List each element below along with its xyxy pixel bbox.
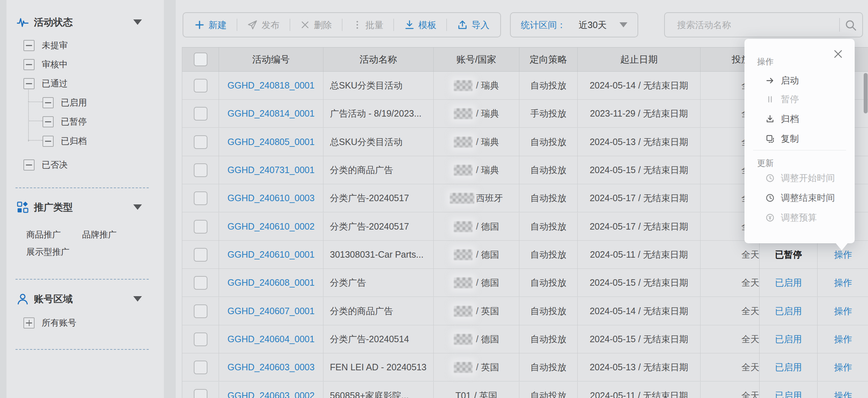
search-icon[interactable] — [844, 19, 857, 32]
left-edge-strip — [0, 0, 6, 398]
targeting-strategy: 自动投放 — [531, 80, 567, 91]
tree-item-label[interactable]: 审核中 — [42, 59, 68, 70]
date-range: 2024-05-17 / 无结束日期 — [590, 221, 688, 232]
popup-arrow — [835, 243, 848, 250]
censored-account-mosaic — [454, 221, 473, 232]
campaign-id-link[interactable]: GGHD_240610_0002 — [228, 221, 315, 232]
menu-item-adjust-end-time[interactable]: 调整结束时间 — [765, 192, 835, 204]
row-checkbox[interactable] — [194, 79, 207, 92]
row-actions-link[interactable]: 操作 — [834, 390, 852, 398]
row-actions-link[interactable]: 操作 — [834, 305, 852, 317]
collapse-caret-icon[interactable] — [133, 204, 142, 210]
targeting-strategy: 自动投放 — [531, 361, 567, 373]
tree-minus-icon[interactable] — [23, 78, 35, 89]
tree-item-label[interactable]: 已通过 — [42, 78, 68, 89]
tree-plus-icon[interactable] — [23, 317, 35, 329]
tree-item-label[interactable]: 所有账号 — [42, 317, 76, 329]
publish-button[interactable]: 发布 — [247, 19, 279, 31]
import-button[interactable]: 导入 — [457, 19, 489, 31]
sidebar-item-enabled[interactable]: 已启用 — [42, 97, 87, 108]
date-range: 2024-05-11 / 无结束日期 — [590, 249, 688, 261]
menu-item-copy[interactable]: 复制 — [765, 133, 799, 145]
campaign-id-link[interactable]: GGHD_240610_0001 — [228, 249, 315, 260]
row-checkbox[interactable] — [194, 333, 207, 346]
upload-icon — [457, 19, 468, 30]
row-checkbox[interactable] — [194, 389, 207, 398]
plus-icon — [194, 19, 205, 30]
row-checkbox[interactable] — [194, 135, 207, 149]
row-checkbox[interactable] — [194, 304, 207, 318]
date-range: 2024-05-14 / 无结束日期 — [590, 305, 688, 317]
tree-connector — [28, 89, 29, 141]
targeting-strategy: 自动投放 — [531, 277, 567, 289]
collapse-caret-icon[interactable] — [133, 296, 142, 302]
tree-minus-icon[interactable] — [42, 116, 54, 127]
delete-button[interactable]: 删除 — [300, 19, 332, 31]
close-icon[interactable] — [832, 48, 844, 60]
date-range: 2024-05-15 / 无结束日期 — [590, 333, 688, 345]
vertical-scrollbar-thumb[interactable] — [864, 73, 868, 113]
tree-item-label[interactable]: 已归档 — [61, 135, 87, 147]
campaign-id-link[interactable]: GGHD_240603_0003 — [228, 362, 315, 372]
sidebar-item-approved[interactable]: 已通过 — [23, 78, 68, 89]
row-checkbox[interactable] — [194, 248, 207, 262]
country-label: 西班牙 — [476, 192, 503, 204]
delivery-schedule: 全天 — [742, 361, 760, 373]
send-icon — [247, 19, 258, 30]
campaign-id-link[interactable]: GGHD_240603_0002 — [228, 390, 315, 398]
menu-item-archive[interactable]: 归档 — [765, 113, 799, 125]
row-actions-link[interactable]: 操作 — [834, 333, 852, 345]
close-icon — [300, 20, 310, 30]
row-actions-link[interactable]: 操作 — [834, 361, 852, 373]
campaign-id-link[interactable]: GGHD_240604_0001 — [228, 334, 315, 344]
tree-minus-icon[interactable] — [23, 159, 35, 171]
campaign-id-link[interactable]: GGHD_240814_0001 — [228, 108, 315, 119]
stats-interval-label: 统计区间： — [521, 19, 566, 31]
campaign-id-link[interactable]: GGHD_240818_0001 — [228, 80, 315, 91]
sidebar-item-paused[interactable]: 已暂停 — [42, 116, 87, 127]
campaign-id-link[interactable]: GGHD_240731_0001 — [228, 165, 315, 175]
delivery-schedule: 全天 — [742, 390, 760, 398]
row-checkbox[interactable] — [194, 220, 207, 234]
tag-brand-promotion[interactable]: 品牌推广 — [82, 229, 117, 240]
campaign-id-link[interactable]: GGHD_240607_0001 — [228, 306, 315, 316]
row-checkbox[interactable] — [194, 361, 207, 374]
select-all-checkbox[interactable] — [194, 53, 207, 66]
sidebar-item-in-review[interactable]: 审核中 — [23, 59, 68, 70]
row-checkbox[interactable] — [194, 191, 207, 205]
campaign-id-link[interactable]: GGHD_240805_0001 — [228, 137, 315, 147]
search-input[interactable] — [665, 13, 862, 37]
tree-item-label[interactable]: 已启用 — [61, 97, 87, 108]
sidebar-item-archived[interactable]: 已归档 — [42, 135, 87, 147]
campaign-name: 分类广告-20240517 — [330, 192, 409, 204]
tree-item-label[interactable]: 已否决 — [42, 159, 68, 171]
menu-item-start[interactable]: 启动 — [765, 74, 799, 86]
row-checkbox[interactable] — [194, 276, 207, 290]
batch-button[interactable]: 批量 — [353, 19, 384, 31]
sidebar-item-all-accounts[interactable]: 所有账号 — [23, 317, 76, 329]
campaign-toolbar: 新建 发布 删除 批量 模板 导入 — [183, 12, 501, 37]
collapse-caret-icon[interactable] — [133, 19, 142, 25]
row-actions-link[interactable]: 操作 — [834, 277, 852, 289]
tag-product-promotion[interactable]: 商品推广 — [26, 229, 61, 240]
tree-minus-icon[interactable] — [42, 97, 54, 108]
tree-minus-icon[interactable] — [23, 59, 35, 70]
row-checkbox[interactable] — [194, 107, 207, 121]
stats-interval-dropdown[interactable]: 统计区间： 近30天 — [510, 12, 638, 37]
censored-account-mosaic — [454, 80, 473, 91]
tree-item-label[interactable]: 已暂停 — [61, 116, 87, 127]
tree-item-label[interactable]: 未提审 — [42, 40, 68, 51]
campaign-id-link[interactable]: GGHD_240608_0001 — [228, 277, 315, 288]
campaign-id-link[interactable]: GGHD_240610_0003 — [228, 193, 315, 203]
tree-minus-icon[interactable] — [23, 40, 35, 51]
sidebar-item-unsubmitted[interactable]: 未提审 — [23, 40, 68, 51]
template-button[interactable]: 模板 — [404, 19, 437, 31]
campaign-search — [664, 12, 863, 37]
row-checkbox[interactable] — [194, 163, 207, 177]
new-campaign-button[interactable]: 新建 — [194, 19, 227, 31]
sidebar-item-rejected[interactable]: 已否决 — [23, 159, 68, 171]
toolbar-divider — [446, 19, 447, 31]
tag-display-promotion[interactable]: 展示型推广 — [26, 246, 70, 258]
tree-minus-icon[interactable] — [42, 136, 54, 147]
section-account-region: 账号区域 — [17, 293, 73, 306]
